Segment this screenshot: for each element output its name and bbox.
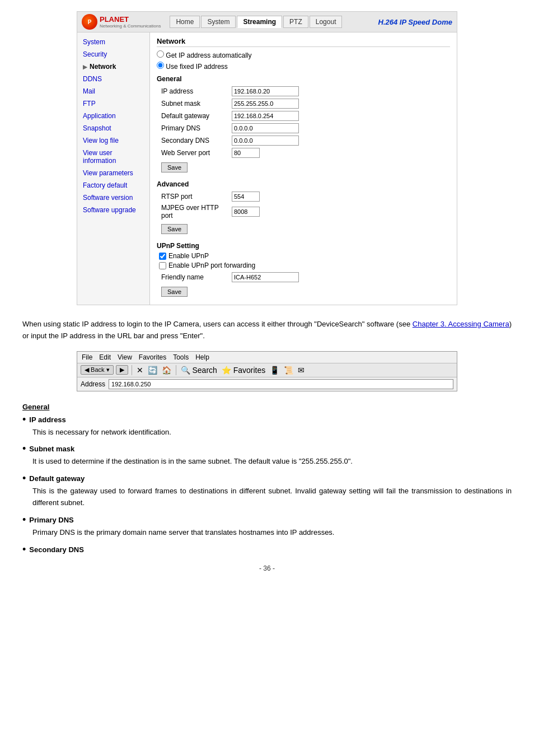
radio-auto[interactable] [157, 50, 164, 58]
refresh-icon[interactable]: 🔄 [147, 366, 158, 375]
web-server-port-label: Web Server port [157, 147, 229, 159]
table-row: Subnet mask [157, 97, 450, 110]
nav-home[interactable]: Home [170, 16, 200, 28]
address-input[interactable] [109, 379, 453, 389]
nav-logout[interactable]: Logout [310, 16, 343, 28]
sidebar-item-mail[interactable]: Mail [77, 85, 149, 97]
bullet-label-primarydns: Primary DNS [29, 516, 73, 524]
advanced-save-button[interactable]: Save [161, 224, 188, 234]
bullet-dot: • [22, 473, 26, 483]
browser-addressbar: Address [77, 377, 457, 391]
home-icon[interactable]: 🏠 [161, 366, 172, 375]
nav-system[interactable]: System [201, 16, 236, 28]
ip-mode-fixed-radio: Use fixed IP address [157, 62, 450, 71]
upnp-subsection-title: UPnP Setting [157, 242, 450, 250]
intro-paragraph: When using static IP address to login to… [22, 319, 512, 342]
secondary-dns-input[interactable] [232, 136, 299, 146]
sidebar-item-snapshot[interactable]: Snapshot [77, 122, 149, 134]
chapter-link[interactable]: Chapter 3. Accessing Camera [413, 320, 509, 328]
bullet-label-subnet: Subnet mask [29, 445, 74, 453]
browser-menubar: File Edit View Favorites Tools Help [77, 352, 457, 363]
network-section-title: Network [157, 37, 450, 47]
address-label: Address [81, 380, 105, 388]
bullet-label-ip: IP address [29, 416, 66, 424]
camera-title: H.264 IP Speed Dome [378, 18, 452, 26]
page-number: - 36 - [22, 564, 512, 572]
favorites-icon[interactable]: ⭐ Favorites [221, 366, 266, 375]
radio-auto-label[interactable]: Get IP address automatically [157, 52, 252, 59]
general-doc-title: General [22, 403, 512, 411]
bullet-text-gateway: This is the gateway used to forward fram… [32, 486, 512, 509]
menu-favorites[interactable]: Favorites [139, 353, 166, 361]
bullet-text-primarydns: Primary DNS is the primary domain name s… [32, 527, 512, 539]
sidebar-item-ddns[interactable]: DDNS [77, 73, 149, 85]
upnp-portforward-label: Enable UPnP port forwarding [168, 262, 255, 269]
bullet-dot: • [22, 544, 26, 554]
table-row: MJPEG over HTTP port [157, 203, 450, 221]
sidebar-item-viewlog[interactable]: View log file [77, 134, 149, 147]
advanced-fields-table: RTSP port MJPEG over HTTP port [157, 190, 450, 221]
radio-fixed-label[interactable]: Use fixed IP address [157, 63, 228, 71]
mail-icon[interactable]: ✉ [297, 366, 306, 375]
search-icon[interactable]: 🔍 Search [180, 366, 218, 375]
rtsp-port-input[interactable] [232, 192, 260, 202]
ip-mode-radios: Get IP address automatically [157, 50, 450, 59]
secondary-dns-label: Secondary DNS [157, 134, 229, 147]
menu-help[interactable]: Help [195, 353, 209, 361]
primary-dns-input[interactable] [232, 123, 299, 133]
arrow-icon: ▶ [83, 64, 87, 70]
nav-streaming[interactable]: Streaming [237, 16, 282, 28]
advanced-subsection-title: Advanced [157, 180, 450, 188]
menu-tools[interactable]: Tools [173, 353, 189, 361]
forward-button[interactable]: ▶ [116, 365, 128, 375]
upnp-enable-label: Enable UPnP [168, 252, 209, 260]
general-subsection-title: General [157, 75, 450, 83]
bullet-item-primarydns: • Primary DNS Primary DNS is the primary… [22, 516, 512, 539]
bullet-dot: • [22, 414, 26, 424]
sidebar-item-viewuser[interactable]: View user information [77, 147, 149, 167]
camera-nav: Home System Streaming PTZ Logout [170, 16, 374, 28]
friendly-name-input[interactable] [232, 272, 299, 282]
bullet-text-subnet: It is used to determine if the destinati… [32, 456, 512, 468]
radio-fixed[interactable] [157, 62, 164, 69]
back-button[interactable]: ◀ Back ▾ [81, 365, 114, 375]
default-gateway-input[interactable] [232, 111, 299, 121]
friendly-name-label: Friendly name [157, 271, 229, 283]
stop-icon[interactable]: ✕ [135, 366, 144, 375]
menu-file[interactable]: File [82, 353, 92, 361]
upnp-port-forward-row: Enable UPnP port forwarding [157, 262, 450, 269]
upnp-enable-row: Enable UPnP [157, 252, 450, 260]
mjpeg-port-input[interactable] [232, 207, 260, 217]
menu-view[interactable]: View [118, 353, 132, 361]
ip-address-input[interactable] [232, 86, 299, 96]
sidebar-item-security[interactable]: Security [77, 48, 149, 60]
sidebar-item-factory[interactable]: Factory default [77, 179, 149, 192]
bullet-text-ip: This is necessary for network identifica… [32, 427, 512, 438]
history-icon[interactable]: 📜 [283, 366, 294, 375]
upnp-portforward-checkbox[interactable] [159, 262, 166, 269]
sidebar-item-network[interactable]: ▶ Network [77, 60, 149, 73]
nav-ptz[interactable]: PTZ [283, 16, 308, 28]
ip-address-label: IP address [157, 85, 229, 97]
bullet-label-gateway: Default gateway [29, 474, 85, 483]
general-doc-section: General • IP address This is necessary f… [22, 403, 512, 554]
bullet-header-primarydns: • Primary DNS [22, 516, 512, 525]
sidebar-item-swversion[interactable]: Software version [77, 192, 149, 204]
table-row: Secondary DNS [157, 134, 450, 147]
menu-edit[interactable]: Edit [99, 353, 111, 361]
bullet-item-ip: • IP address This is necessary for netwo… [22, 416, 512, 438]
sidebar-item-swupgrade[interactable]: Software upgrade [77, 204, 149, 216]
subnet-mask-input[interactable] [232, 99, 299, 109]
sidebar-item-ftp[interactable]: FTP [77, 97, 149, 110]
friendly-name-table: Friendly name [157, 271, 450, 283]
browser-toolbar: ◀ Back ▾ ▶ ✕ 🔄 🏠 🔍 Search ⭐ Favorites 📱 … [77, 363, 457, 377]
sidebar-item-viewparams[interactable]: View parameters [77, 167, 149, 179]
sidebar-item-application[interactable]: Application [77, 110, 149, 122]
sidebar-item-system[interactable]: System [77, 36, 149, 48]
upnp-enable-checkbox[interactable] [159, 253, 166, 260]
general-save-button[interactable]: Save [161, 162, 188, 172]
web-server-port-input[interactable] [232, 148, 260, 158]
bullet-dot: • [22, 444, 26, 454]
upnp-save-button[interactable]: Save [161, 287, 188, 297]
media-icon[interactable]: 📱 [269, 366, 280, 375]
